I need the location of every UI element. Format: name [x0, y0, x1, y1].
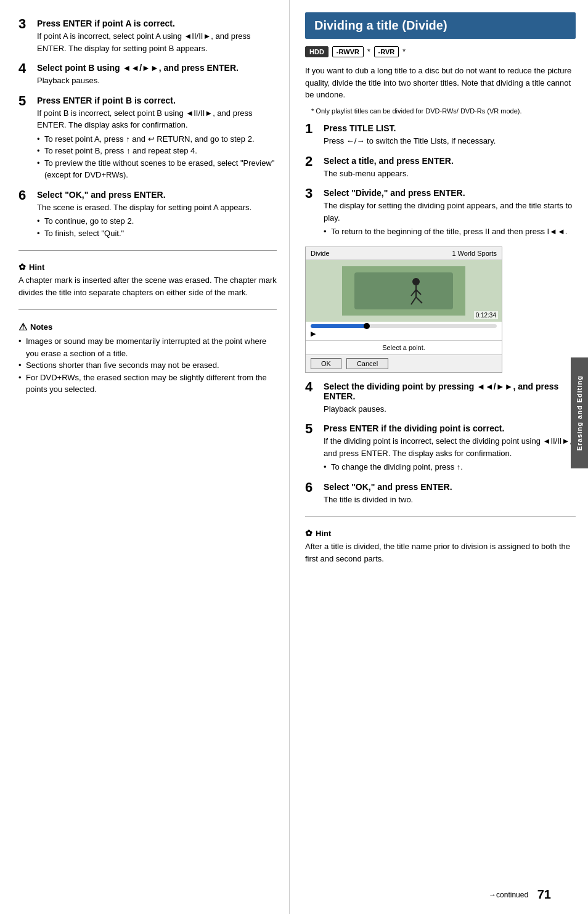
hint-label-right: Hint — [316, 529, 331, 538]
left-hint: ✿ Hint A chapter mark is inserted after … — [18, 262, 277, 298]
right-step-5-bullet-1: To change the dividing point, press ↑. — [324, 461, 576, 473]
step-5-left: 5 Press ENTER if point B is correct. If … — [18, 96, 277, 181]
right-step-num-6: 6 — [305, 481, 324, 494]
step-4-left: 4 Select point B using ◄◄/►►, and press … — [18, 63, 277, 87]
asterisk-2: * — [402, 47, 406, 56]
screen-header-right: 1 World Sports — [452, 250, 497, 257]
right-footnote: * Only playlist titles can be divided fo… — [311, 106, 576, 116]
right-step-6-content: Select "OK," and press ENTER. The title … — [324, 482, 576, 506]
step-5-title: Press ENTER if point B is correct. — [37, 96, 277, 105]
right-step-5-body: If the dividing point is incorrect, sele… — [324, 435, 576, 459]
step-6-content: Select "OK," and press ENTER. The scene … — [37, 190, 277, 240]
step-5-content: Press ENTER if point B is correct. If po… — [37, 96, 277, 181]
step-5-bullets: To reset point A, press ↑ and ↩ RETURN, … — [37, 133, 277, 181]
right-step-2: 2 Select a title, and press ENTER. The s… — [305, 156, 576, 180]
screen-buttons-row: OK Cancel — [306, 355, 502, 372]
play-symbol: ▶ — [311, 330, 316, 338]
notes-bullet-2: Sections shorter than five seconds may n… — [18, 359, 277, 372]
screen-time: 0:12:34 — [474, 311, 498, 319]
right-step-3-content: Select "Divide," and press ENTER. The di… — [324, 188, 576, 238]
step-6-bullet-1: To continue, go to step 2. — [37, 215, 277, 227]
right-step-num-1: 1 — [305, 122, 324, 136]
notes-label-left: Notes — [30, 322, 52, 332]
right-step-1: 1 Press TITLE LIST. Press ←/→ to switch … — [305, 123, 576, 147]
step-5-body: If point B is incorrect, select point B … — [37, 107, 277, 131]
format-badges: HDD -RWVR * -RVR * — [305, 46, 576, 57]
left-divider-1 — [18, 250, 277, 251]
notes-icon: ⚠ — [18, 321, 27, 333]
step-6-title: Select "OK," and press ENTER. — [37, 190, 277, 200]
screen-video-area: 0:12:34 — [306, 260, 502, 322]
right-step-5-title: Press ENTER if the dividing point is cor… — [324, 423, 576, 433]
screen-ok-button[interactable]: OK — [311, 358, 341, 369]
right-step-1-body: Press ←/→ to switch the Title Lists, if … — [324, 135, 576, 147]
step-number-5: 5 — [18, 94, 37, 108]
right-step-2-body: The sub-menu appears. — [324, 168, 576, 180]
left-notes: ⚠ Notes Images or sound may be momentari… — [18, 321, 277, 396]
right-step-3-bullet-1: To return to the beginning of the title,… — [324, 226, 576, 238]
right-hint: ✿ Hint After a title is divided, the tit… — [305, 528, 576, 565]
sidebar-tab-text: Erasing and Editing — [576, 375, 583, 451]
step-number-4: 4 — [18, 62, 37, 75]
right-divider-1 — [305, 516, 576, 517]
footer: →continued 71 — [489, 887, 551, 902]
right-step-5: 5 Press ENTER if the dividing point is c… — [305, 423, 576, 473]
screen-cancel-button[interactable]: Cancel — [346, 358, 388, 369]
step-5-bullet-2: To reset point B, press ↑ and repeat ste… — [37, 145, 277, 157]
right-step-6: 6 Select "OK," and press ENTER. The titl… — [305, 482, 576, 506]
right-step-2-title: Select a title, and press ENTER. — [324, 156, 576, 166]
asterisk-1: * — [367, 47, 370, 56]
right-step-3-body: The display for setting the dividing poi… — [324, 200, 576, 224]
right-step-num-3: 3 — [305, 187, 324, 200]
step-3-body: If point A is incorrect, select point A … — [37, 30, 277, 54]
right-step-4-content: Select the dividing point by pressing ◄◄… — [324, 382, 576, 415]
right-step-4-body: Playback pauses. — [324, 403, 576, 415]
page-number: 71 — [537, 887, 551, 902]
step-3-left: 3 Press ENTER if point A is correct. If … — [18, 18, 277, 54]
right-step-2-content: Select a title, and press ENTER. The sub… — [324, 156, 576, 180]
right-step-3: 3 Select "Divide," and press ENTER. The … — [305, 188, 576, 238]
step-6-bullet-2: To finish, select "Quit." — [37, 227, 277, 240]
right-step-num-5: 5 — [305, 422, 324, 436]
right-column: Dividing a title (Divide) HDD -RWVR * -R… — [290, 0, 588, 914]
screen-header-row: Divide 1 World Sports — [306, 247, 502, 260]
right-step-3-bullets: To return to the beginning of the title,… — [324, 226, 576, 238]
svg-rect-1 — [354, 272, 453, 309]
section-header: Dividing a title (Divide) — [305, 12, 576, 39]
step-3-title: Press ENTER if point A is correct. — [37, 18, 277, 28]
badge-hdd: HDD — [305, 46, 329, 57]
right-step-4-title: Select the dividing point by pressing ◄◄… — [324, 382, 576, 401]
left-column: 3 Press ENTER if point A is correct. If … — [0, 0, 290, 914]
step-6-body: The scene is erased. The display for set… — [37, 202, 277, 214]
right-step-6-body: The title is divided in two. — [324, 494, 576, 506]
badge-rvr: -RVR — [374, 46, 399, 57]
step-4-content: Select point B using ◄◄/►►, and press EN… — [37, 63, 277, 87]
screen-header-left: Divide — [311, 250, 330, 257]
hint-icon-right: ✿ — [305, 528, 312, 538]
hint-title-left: ✿ Hint — [18, 262, 277, 272]
hint-label-left: Hint — [29, 263, 44, 272]
right-step-3-title: Select "Divide," and press ENTER. — [324, 188, 576, 198]
step-number-3: 3 — [18, 17, 37, 31]
right-step-6-title: Select "OK," and press ENTER. — [324, 482, 576, 492]
screen-progress-bar: ▶ — [306, 322, 502, 341]
step-5-bullet-1: To reset point A, press ↑ and ↩ RETURN, … — [37, 133, 277, 145]
notes-title-left: ⚠ Notes — [18, 321, 277, 333]
svg-point-2 — [412, 278, 420, 285]
left-divider-2 — [18, 309, 277, 310]
step-5-bullet-3: To preview the title without scenes to b… — [37, 157, 277, 181]
hint-body-right: After a title is divided, the title name… — [305, 541, 576, 565]
step-6-bullets: To continue, go to step 2. To finish, se… — [37, 215, 277, 239]
right-step-4: 4 Select the dividing point by pressing … — [305, 382, 576, 415]
hint-icon: ✿ — [18, 262, 26, 272]
step-3-content: Press ENTER if point A is correct. If po… — [37, 18, 277, 54]
notes-bullet-3: For DVD+RWs, the erased section may be s… — [18, 372, 277, 396]
right-step-num-4: 4 — [305, 380, 324, 394]
right-step-1-title: Press TITLE LIST. — [324, 123, 576, 133]
badge-rwvr: -RWVR — [332, 46, 364, 57]
notes-bullet-1: Images or sound may be momentarily inter… — [18, 335, 277, 359]
screen-video-svg — [342, 266, 465, 316]
step-6-left: 6 Select "OK," and press ENTER. The scen… — [18, 190, 277, 240]
right-step-1-content: Press TITLE LIST. Press ←/→ to switch th… — [324, 123, 576, 147]
right-step-5-bullets: To change the dividing point, press ↑. — [324, 461, 576, 473]
